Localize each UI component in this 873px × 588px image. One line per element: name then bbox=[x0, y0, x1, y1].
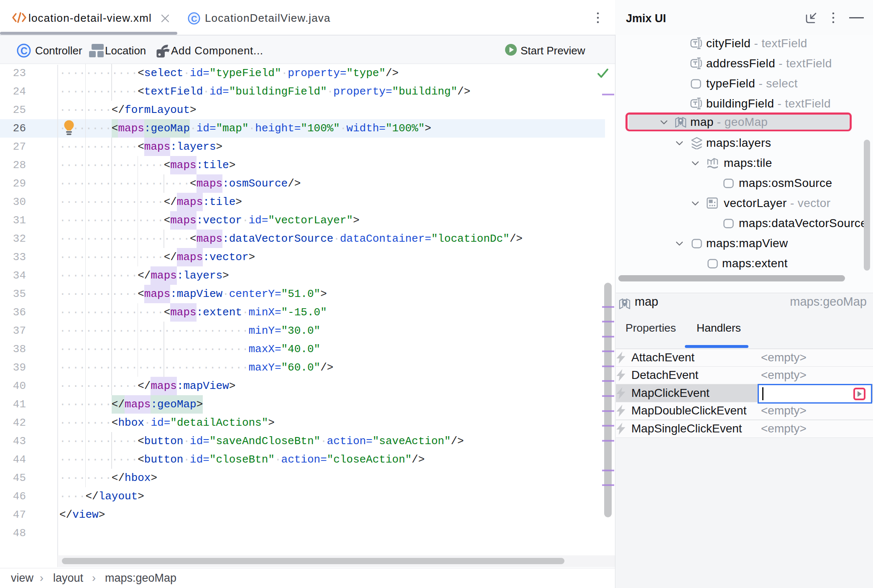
svg-text:C: C bbox=[191, 14, 197, 23]
svg-text:C: C bbox=[20, 46, 28, 56]
